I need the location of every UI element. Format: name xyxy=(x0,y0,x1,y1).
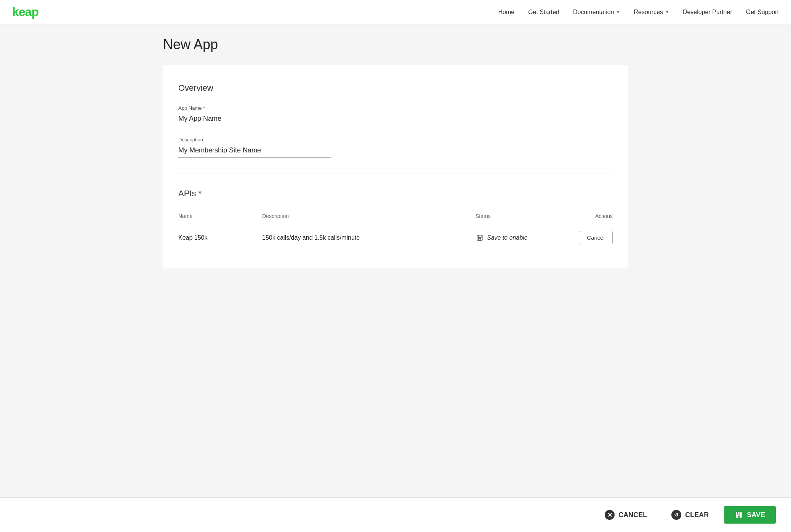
overview-section-title: Overview xyxy=(178,83,613,93)
refresh-icon: ↺ xyxy=(671,510,681,520)
save-label: SAVE xyxy=(747,511,765,519)
nav-links: Home Get Started Documentation ▼ Resourc… xyxy=(498,9,779,16)
clear-button[interactable]: ↺ CLEAR xyxy=(662,505,718,524)
chevron-down-icon: ▼ xyxy=(665,10,669,14)
api-table-header: Name Description Status Actions xyxy=(178,209,613,223)
app-name-field: App Name * xyxy=(178,105,613,126)
cancel-icon: ✕ xyxy=(605,510,615,520)
api-description-cell: 150k calls/day and 1.5k calls/minute xyxy=(262,223,476,252)
nav-item-get-support[interactable]: Get Support xyxy=(746,9,779,16)
section-divider xyxy=(178,173,613,173)
save-icon xyxy=(476,234,484,242)
form-card: Overview App Name * Description APIs * N… xyxy=(163,65,628,268)
chevron-down-icon: ▼ xyxy=(616,10,620,14)
api-status-cell: Save to enable xyxy=(476,223,552,252)
nav-link-get-started[interactable]: Get Started xyxy=(528,9,559,15)
api-name-cell: Keap 150k xyxy=(178,223,262,252)
save-floppy-icon xyxy=(735,511,743,519)
overview-section: Overview App Name * Description xyxy=(178,83,613,158)
nav-link-documentation[interactable]: Documentation ▼ xyxy=(573,9,620,16)
svg-rect-2 xyxy=(479,238,481,240)
api-table-header-row: Name Description Status Actions xyxy=(178,209,613,223)
api-actions-cell: Cancel xyxy=(552,223,613,252)
api-table: Name Description Status Actions Keap 150… xyxy=(178,209,613,252)
main-content: New App Overview App Name * Description … xyxy=(148,24,643,313)
svg-rect-1 xyxy=(478,235,481,237)
clear-label: CLEAR xyxy=(685,511,709,519)
nav-item-documentation[interactable]: Documentation ▼ xyxy=(573,9,620,16)
apis-section-title: APIs * xyxy=(178,189,613,199)
status-badge: Save to enable xyxy=(476,234,552,242)
navigation: keap Home Get Started Documentation ▼ Re… xyxy=(0,0,791,24)
cancel-button[interactable]: ✕ CANCEL xyxy=(596,505,656,524)
description-label: Description xyxy=(178,137,613,143)
apis-section: APIs * Name Description Status Actions K… xyxy=(178,189,613,252)
app-name-input[interactable] xyxy=(178,113,331,126)
nav-item-developer-partner[interactable]: Developer Partner xyxy=(683,9,732,16)
nav-item-home[interactable]: Home xyxy=(498,9,514,16)
footer-action-bar: ✕ CANCEL ↺ CLEAR SAVE xyxy=(0,497,791,532)
svg-rect-6 xyxy=(738,512,740,514)
col-header-actions: Actions xyxy=(552,209,613,223)
col-header-description: Description xyxy=(262,209,476,223)
nav-item-get-started[interactable]: Get Started xyxy=(528,9,559,16)
logo[interactable]: keap xyxy=(12,5,38,19)
col-header-name: Name xyxy=(178,209,262,223)
nav-link-resources[interactable]: Resources ▼ xyxy=(634,9,669,16)
nav-link-home[interactable]: Home xyxy=(498,9,514,15)
cancel-label: CANCEL xyxy=(618,511,647,519)
nav-link-get-support[interactable]: Get Support xyxy=(746,9,779,15)
api-table-body: Keap 150k 150k calls/day and 1.5k calls/… xyxy=(178,223,613,252)
description-field: Description xyxy=(178,137,613,158)
api-row-cancel-button[interactable]: Cancel xyxy=(579,231,613,244)
app-name-label: App Name * xyxy=(178,105,613,111)
status-text: Save to enable xyxy=(487,234,528,241)
page-title: New App xyxy=(163,37,628,53)
nav-item-resources[interactable]: Resources ▼ xyxy=(634,9,669,16)
description-input[interactable] xyxy=(178,145,331,158)
col-header-status: Status xyxy=(476,209,552,223)
table-row: Keap 150k 150k calls/day and 1.5k calls/… xyxy=(178,223,613,252)
svg-rect-5 xyxy=(738,516,740,518)
save-button[interactable]: SAVE xyxy=(724,506,776,524)
logo-text: keap xyxy=(12,5,38,19)
nav-link-developer-partner[interactable]: Developer Partner xyxy=(683,9,732,15)
